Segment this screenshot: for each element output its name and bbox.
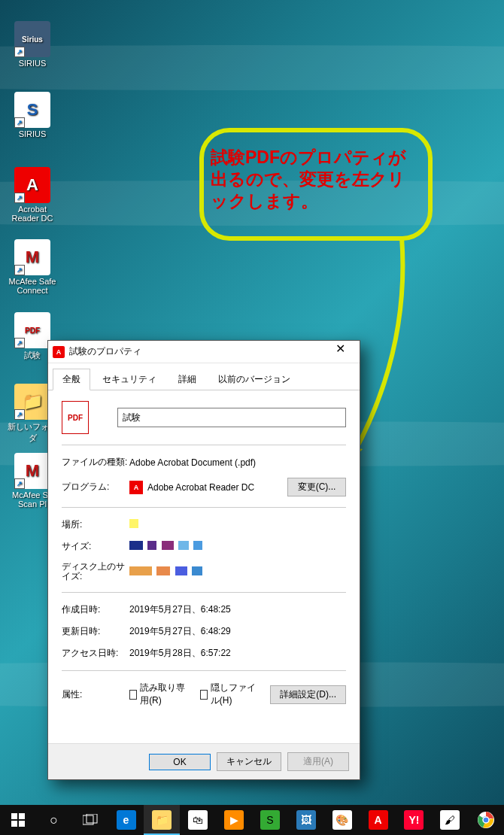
yahoo-button[interactable]: Y! [396, 805, 432, 835]
type-label: ファイルの種類: [62, 456, 129, 469]
tab-bar: 全般 セキュリティ 詳細 以前のバージョン [48, 368, 360, 390]
pdf-icon: A [53, 346, 65, 358]
tab-security[interactable]: セキュリティ [93, 369, 166, 390]
titlebar[interactable]: A 試験のプロパティ ✕ [48, 341, 360, 363]
tab-versions[interactable]: 以前のバージョン [208, 369, 300, 390]
adobe-button[interactable]: A [360, 805, 396, 835]
svg-rect-0 [11, 813, 17, 819]
wmp-button[interactable]: ▶ [216, 805, 252, 835]
app-button[interactable]: S [252, 805, 288, 835]
annotation-text: 試験PDFのプロパティが出るので、変更を左クリックします。 [211, 147, 421, 211]
explorer-button[interactable]: 📁 [144, 805, 180, 835]
created-label: 作成日時: [62, 603, 129, 616]
svg-rect-3 [19, 821, 25, 827]
change-button[interactable]: 変更(C)... [287, 478, 346, 496]
size-value [129, 541, 346, 552]
cancel-button[interactable]: キャンセル [217, 752, 281, 771]
hidden-checkbox[interactable]: 隠しファイル(H) [200, 682, 260, 707]
apply-button[interactable]: 適用(A) [287, 752, 349, 771]
desktop-icon-label: Acrobat Reader DC [5, 205, 60, 223]
properties-dialog: A 試験のプロパティ ✕ 全般 セキュリティ 詳細 以前のバージョン PDF フ… [47, 340, 360, 780]
ok-button[interactable]: OK [149, 754, 211, 770]
program-value: Adobe Acrobat Reader DC [147, 482, 254, 493]
taskbar: ○ e 📁 🛍 ▶ S 🖼 🎨 A Y! 🖌 [0, 805, 504, 835]
edge-button[interactable]: e [108, 805, 144, 835]
modified-value: 2019年5月27日、6:48:29 [129, 625, 346, 638]
desktop-icon[interactable]: M↗McAfee Safe Connect [5, 239, 60, 295]
advanced-button[interactable]: 詳細設定(D)... [270, 685, 346, 704]
created-value: 2019年5月27日、6:48:25 [129, 603, 346, 616]
location-label: 場所: [62, 518, 129, 531]
disk-size-value [129, 566, 346, 578]
accessed-label: アクセス日時: [62, 647, 129, 660]
location-value [129, 519, 346, 530]
tab-detail[interactable]: 詳細 [169, 369, 206, 390]
chrome-button[interactable] [468, 805, 504, 835]
type-value: Adobe Acrobat Document (.pdf) [129, 457, 346, 468]
tab-general[interactable]: 全般 [53, 369, 90, 390]
readonly-checkbox[interactable]: 読み取り専用(R) [129, 682, 190, 707]
filetype-icon: PDF [62, 401, 89, 434]
store-button[interactable]: 🛍 [180, 805, 216, 835]
taskview-button[interactable] [72, 805, 108, 835]
desktop-icon-label: McAfee Safe Connect [5, 277, 60, 295]
filename-input[interactable] [117, 408, 346, 427]
start-button[interactable] [0, 805, 36, 835]
photos-button[interactable]: 🖼 [288, 805, 324, 835]
attr-label: 属性: [62, 688, 129, 701]
dialog-title: 試験のプロパティ [69, 345, 325, 358]
program-label: プログラム: [62, 481, 129, 493]
pdf-icon: A [129, 481, 143, 494]
desktop-icon-label: SIRIUS [5, 59, 60, 68]
wallpaper-wave [0, 45, 504, 90]
svg-point-8 [483, 817, 489, 823]
desktop-icon-label: SIRIUS [5, 129, 60, 138]
dialog-button-bar: OK キャンセル 適用(A) [48, 743, 360, 779]
cortana-button[interactable]: ○ [36, 805, 72, 835]
svg-rect-2 [11, 821, 17, 827]
hidden-label: 隠しファイル(H) [211, 682, 260, 707]
paint-button[interactable]: 🖌 [432, 805, 468, 835]
readonly-label: 読み取り専用(R) [140, 682, 190, 707]
size-label: サイズ: [62, 540, 129, 553]
desktop-icon[interactable]: Sirius↗SIRIUS [5, 21, 60, 68]
disk-size-label: ディスク上のサイズ: [62, 562, 129, 581]
app-button[interactable]: 🎨 [324, 805, 360, 835]
svg-rect-1 [19, 813, 25, 819]
desktop-icon[interactable]: A↗Acrobat Reader DC [5, 167, 60, 223]
desktop-icon[interactable]: S↗SIRIUS [5, 92, 60, 138]
dialog-content: PDF ファイルの種類: Adobe Acrobat Document (.pd… [48, 390, 360, 718]
close-icon[interactable]: ✕ [325, 342, 355, 363]
modified-label: 更新日時: [62, 625, 129, 638]
accessed-value: 2019年5月28日、6:57:22 [129, 647, 346, 660]
